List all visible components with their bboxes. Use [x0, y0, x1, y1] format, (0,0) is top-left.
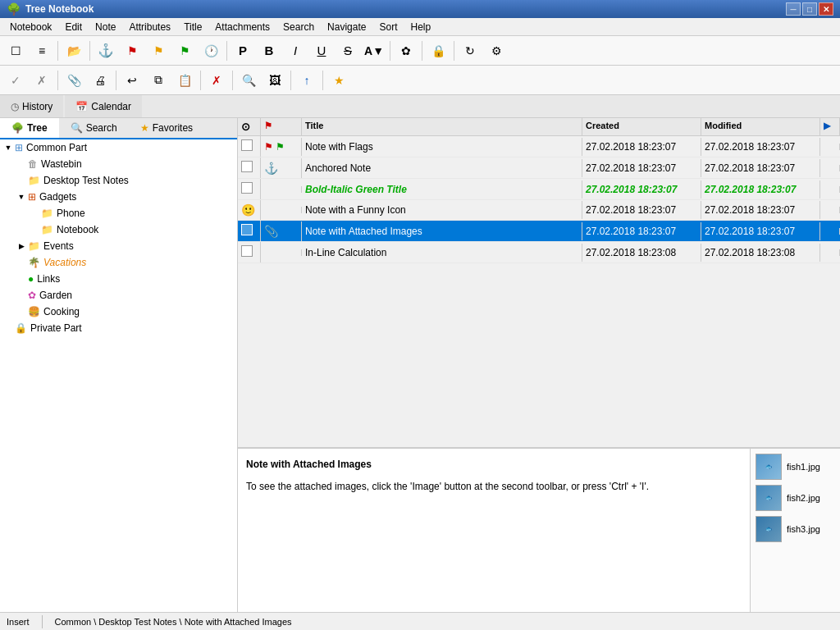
- menu-item-search[interactable]: Search: [276, 20, 321, 34]
- status-path: Common \ Desktop Test Notes \ Note with …: [55, 617, 292, 627]
- sidebar-item-gadgets[interactable]: ▼ ⊞ Gadgets: [0, 189, 237, 205]
- undo-button[interactable]: ↩: [120, 69, 144, 92]
- sidebar-item-vacations[interactable]: 🌴 Vacations: [0, 254, 237, 271]
- menu-item-note[interactable]: Note: [89, 20, 122, 34]
- underline-button[interactable]: U: [309, 39, 334, 62]
- row-flags-cell: [261, 186, 302, 193]
- checkbox[interactable]: [241, 224, 253, 235]
- col-modified-label: Modified: [705, 121, 742, 130]
- view-tab-favorites[interactable]: ★ Favorites: [129, 118, 204, 138]
- sidebar-item-private-part[interactable]: 🔒 Private Part: [0, 320, 237, 336]
- private-icon: 🔒: [15, 322, 27, 334]
- table-row[interactable]: ⚓ Anchored Note 27.02.2018 18:23:07 27.0…: [238, 158, 840, 179]
- minimize-button[interactable]: ─: [786, 2, 801, 16]
- copy-style-button[interactable]: ⧉: [146, 69, 171, 92]
- row-modified-cell: 27.02.2018 18:23:07: [701, 180, 820, 199]
- settings-button[interactable]: ⚙: [484, 39, 509, 62]
- sidebar-item-label: Links: [37, 273, 60, 285]
- table-row[interactable]: ⚑ ⚑ Note with Flags 27.02.2018 18:23:07 …: [238, 136, 840, 158]
- note-created: 27.02.2018 18:23:08: [586, 247, 676, 258]
- view-tab-search[interactable]: 🔍 Search: [59, 118, 129, 138]
- attachment-name: fish1.jpg: [787, 462, 820, 472]
- menu-item-attachments[interactable]: Attachments: [208, 20, 276, 34]
- note-created: 27.02.2018 18:23:07: [586, 204, 676, 216]
- menu-item-navigate[interactable]: Navigate: [321, 20, 372, 34]
- row-extra-cell: [820, 165, 840, 171]
- note-created: 27.02.2018 18:23:07: [586, 141, 676, 153]
- table-row[interactable]: 🙂 Note with a Funny Icon 27.02.2018 18:2…: [238, 200, 840, 221]
- menu-item-notebook[interactable]: Notebook: [3, 20, 58, 34]
- bold-button[interactable]: B: [257, 39, 281, 62]
- col-title: Title: [302, 118, 582, 135]
- row-extra-cell: [820, 186, 840, 193]
- row-created-cell: 27.02.2018 18:23:08: [582, 244, 701, 262]
- tab-history[interactable]: ◷ History: [0, 95, 63, 117]
- sidebar-item-links[interactable]: ● Links: [0, 271, 237, 287]
- sidebar-item-notebook[interactable]: 📁 Notebook: [0, 221, 237, 238]
- checkbox[interactable]: [241, 139, 253, 151]
- col-title-label: Title: [305, 121, 323, 130]
- refresh-button[interactable]: ↻: [458, 39, 482, 62]
- attachment-item[interactable]: 🐟 fish2.jpg: [756, 485, 835, 511]
- sidebar-item-desktop-test[interactable]: 📁 Desktop Test Notes: [0, 172, 237, 189]
- menu-item-edit[interactable]: Edit: [58, 20, 89, 34]
- flag-yellow-button[interactable]: ⚑: [146, 39, 171, 62]
- anchor-button[interactable]: ⚓: [94, 39, 118, 62]
- col-created-label: Created: [586, 121, 619, 130]
- attachment-thumbnail: 🐟: [756, 516, 782, 542]
- delete-button[interactable]: ✗: [204, 69, 229, 92]
- row-title-cell: Anchored Note: [302, 159, 582, 177]
- menu-item-title[interactable]: Title: [177, 20, 208, 34]
- up-arrow-button[interactable]: ↑: [294, 69, 319, 92]
- maximize-button[interactable]: □: [802, 2, 817, 16]
- cross-button[interactable]: ✗: [30, 69, 54, 92]
- check-button[interactable]: ✓: [3, 69, 28, 92]
- search-button[interactable]: 🔍: [236, 69, 261, 92]
- toolbar2: ✓ ✗ 📎 🖨 ↩ ⧉ 📋 ✗ 🔍 🖼 ↑ ★: [0, 66, 840, 95]
- row-check-cell: 🙂: [238, 200, 261, 220]
- sidebar-item-events[interactable]: ▶ 📁 Events: [0, 238, 237, 254]
- image-button[interactable]: 🖼: [262, 69, 287, 92]
- new-page-button[interactable]: ☐: [3, 39, 28, 62]
- tab-calendar[interactable]: 📅 Calendar: [65, 95, 142, 117]
- lock-button[interactable]: 🔒: [426, 39, 450, 62]
- sidebar-item-common-part[interactable]: ▼ ⊞ Common Part: [0, 139, 237, 156]
- clock-button[interactable]: 🕐: [199, 39, 223, 62]
- sidebar-item-label: Cooking: [43, 306, 80, 317]
- sidebar-item-garden[interactable]: ✿ Garden: [0, 287, 237, 304]
- open-folder-button[interactable]: 📂: [62, 39, 86, 62]
- print-button[interactable]: 🖨: [88, 69, 112, 92]
- font-color-button[interactable]: A▼: [362, 39, 386, 62]
- menu-item-attributes[interactable]: Attributes: [122, 20, 177, 34]
- new-subpage-button[interactable]: ≡: [30, 39, 54, 62]
- strikethrough-button[interactable]: S: [336, 39, 360, 62]
- close-button[interactable]: ✕: [819, 2, 833, 16]
- italic-button[interactable]: I: [283, 39, 308, 62]
- viewtabs: 🌳 Tree 🔍 Search ★ Favorites: [0, 118, 237, 139]
- row-check-cell: [238, 221, 261, 241]
- attachment-item[interactable]: 🐟 fish3.jpg: [756, 516, 835, 542]
- status-mode: Insert: [7, 617, 30, 627]
- checkbox[interactable]: [241, 182, 253, 194]
- table-row[interactable]: 📎 Note with Attached Images 27.02.2018 1…: [238, 221, 840, 242]
- flag-red-button[interactable]: ⚑: [120, 39, 144, 62]
- sidebar-item-wastebin[interactable]: 🗑 Wastebin: [0, 156, 237, 172]
- flag-green-button[interactable]: ⚑: [172, 39, 197, 62]
- flower-button[interactable]: ✿: [394, 39, 418, 62]
- paperclip-button[interactable]: 📎: [62, 69, 86, 92]
- checkbox[interactable]: [241, 245, 253, 257]
- sidebar-item-phone[interactable]: 📁 Phone: [0, 205, 237, 221]
- checkbox[interactable]: [241, 161, 253, 172]
- star-button[interactable]: ★: [326, 69, 351, 92]
- paste-style-button[interactable]: 📋: [172, 69, 197, 92]
- titlebar-controls: ─ □ ✕: [786, 2, 833, 16]
- menu-item-sort[interactable]: Sort: [372, 20, 404, 34]
- view-tab-tree[interactable]: 🌳 Tree: [0, 118, 59, 138]
- table-row[interactable]: In-Line Calculation 27.02.2018 18:23:08 …: [238, 242, 840, 263]
- sidebar-item-cooking[interactable]: 🍔 Cooking: [0, 304, 237, 320]
- table-row[interactable]: Bold-Italic Green Title 27.02.2018 18:23…: [238, 179, 840, 200]
- col-check: ⊙: [238, 118, 261, 135]
- menu-item-help[interactable]: Help: [404, 20, 437, 34]
- bold-p-button[interactable]: P: [231, 39, 255, 62]
- attachment-item[interactable]: 🐟 fish1.jpg: [756, 454, 835, 480]
